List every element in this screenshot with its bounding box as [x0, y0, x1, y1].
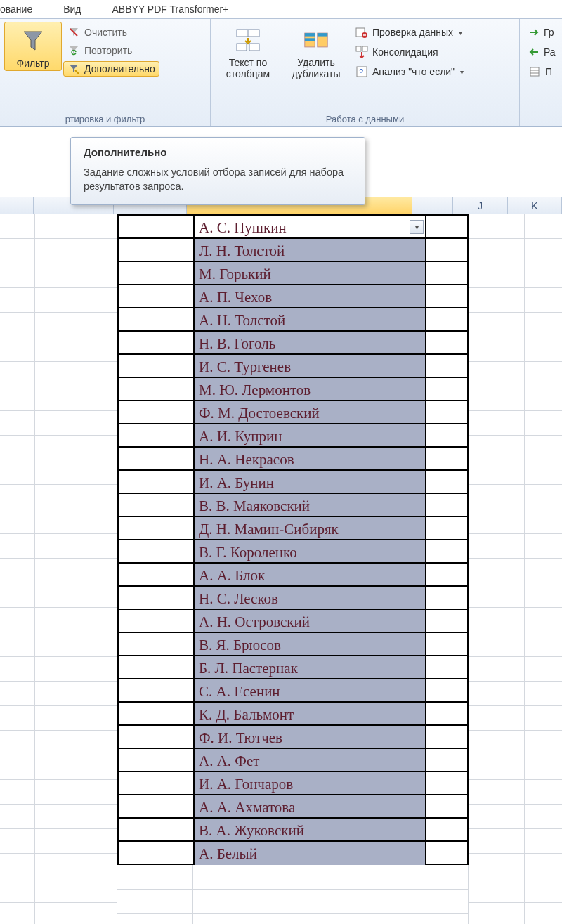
consolidate-button[interactable]: Консолидация — [353, 44, 466, 60]
advanced-filter-button[interactable]: Дополнительно — [63, 61, 159, 77]
author-cell[interactable]: А. П. Чехов — [193, 284, 426, 308]
author-cell[interactable]: А. Белый — [193, 840, 426, 865]
author-name: Ф. М. Достоевский — [199, 405, 320, 422]
clear-funnel-icon — [67, 26, 80, 39]
author-cell[interactable]: Н. В. Гоголь — [193, 330, 426, 355]
menu-item-abbyy[interactable]: ABBYY PDF Transformer+ — [97, 4, 244, 15]
author-cell[interactable]: Ф. И. Тютчев — [193, 724, 426, 749]
remove-duplicates-l2: дубликаты — [292, 68, 340, 79]
author-cell[interactable]: А. А. Блок — [193, 562, 426, 587]
data-validation-button[interactable]: Проверка данных ▾ — [353, 25, 466, 40]
advanced-filter-label: Дополнительно — [84, 63, 155, 74]
filter-button-label: Фильтр — [16, 58, 49, 69]
reapply-filter-button[interactable]: Повторить — [63, 43, 159, 58]
group-right-1-label: Гр — [544, 27, 554, 38]
filter-button[interactable]: Фильтр — [4, 22, 62, 71]
author-cell[interactable]: В. В. Маяковский — [193, 493, 426, 517]
clear-filter-label: Очистить — [84, 27, 127, 38]
col-header-k[interactable]: K — [508, 197, 562, 214]
author-cell[interactable]: И. С. Тургенев — [193, 353, 426, 378]
text-to-columns-l2: столбцам — [226, 68, 270, 79]
author-cell[interactable]: М. Ю. Лермонтов — [193, 377, 426, 401]
author-cell[interactable]: С. А. Есенин — [193, 678, 426, 703]
text-to-columns-button[interactable]: Текст по столбцам — [215, 22, 281, 81]
group-right-1[interactable]: Гр — [525, 25, 556, 40]
author-name: А. А. Ахматова — [199, 799, 295, 816]
ribbon-group-sort-filter: Фильтр Очистить Повторить — [0, 19, 211, 126]
author-name: Б. Л. Пастернак — [199, 660, 298, 677]
text-to-columns-l1: Текст по — [229, 57, 268, 68]
author-name: М. Горький — [199, 266, 271, 283]
author-name: К. Д. Бальмонт — [199, 706, 294, 724]
ribbon-group-clipped: Гр Ра П — [520, 19, 562, 126]
author-cell[interactable]: В. Г. Короленко — [193, 539, 426, 564]
author-cell[interactable]: В. А. Жуковский — [193, 817, 426, 842]
menu-item-view[interactable]: Вид — [48, 4, 96, 15]
author-name: И. А. Бунин — [199, 474, 274, 492]
author-cell[interactable]: А. А. Фет — [193, 748, 426, 772]
data-validation-icon — [355, 26, 368, 39]
cell-dropdown-button[interactable]: ▾ — [410, 220, 424, 234]
author-cell[interactable]: Л. Н. Толстой — [193, 237, 426, 262]
author-cell[interactable]: Д. Н. Мамин-Сибиряк — [193, 516, 426, 540]
advanced-funnel-icon — [67, 63, 80, 75]
spreadsheet[interactable]: J K А. С. Пушкин▾Л. Н. ТолстойМ. Горький… — [0, 127, 562, 924]
arrow-right-green-icon — [528, 26, 540, 39]
author-cell[interactable]: А. И. Куприн — [193, 423, 426, 448]
menu-item-truncated[interactable]: ование — [0, 4, 48, 15]
group-right-3[interactable]: П — [525, 64, 556, 79]
author-name: М. Ю. Лермонтов — [199, 382, 311, 399]
svg-rect-3 — [237, 44, 247, 51]
remove-duplicates-icon — [303, 27, 329, 53]
what-if-label: Анализ "что если" — [372, 66, 455, 77]
author-name: А. И. Куприн — [199, 428, 282, 445]
ribbon: Фильтр Очистить Повторить — [0, 18, 562, 127]
author-cell[interactable]: А. А. Ахматова — [193, 794, 426, 819]
remove-duplicates-l1: Удалить — [297, 57, 334, 68]
arrow-left-green-icon — [528, 46, 540, 58]
svg-text:?: ? — [359, 67, 363, 76]
group-right-2[interactable]: Ра — [525, 44, 556, 60]
author-name: Л. Н. Толстой — [199, 242, 285, 260]
author-cell[interactable]: Н. С. Лесков — [193, 585, 426, 610]
tooltip-title: Дополнительно — [84, 146, 352, 158]
svg-rect-4 — [249, 44, 259, 51]
remove-duplicates-button[interactable]: Удалить дубликаты — [281, 22, 351, 81]
author-cell[interactable]: М. Горький — [193, 261, 426, 285]
grid-body[interactable]: А. С. Пушкин▾Л. Н. ТолстойМ. ГорькийА. П… — [0, 214, 562, 924]
author-name: А. Н. Островский — [199, 613, 310, 631]
data-validation-label: Проверка данных — [372, 27, 453, 38]
author-name: В. Я. Брюсов — [199, 637, 281, 654]
what-if-button[interactable]: ? Анализ "что если" ▾ — [353, 64, 466, 79]
menubar: ование Вид ABBYY PDF Transformer+ — [0, 0, 562, 18]
author-cell[interactable]: В. Я. Брюсов — [193, 632, 426, 656]
author-name: В. А. Жуковский — [199, 822, 304, 840]
dropdown-arrow-icon: ▾ — [460, 68, 464, 76]
svg-rect-7 — [305, 38, 315, 41]
author-cell[interactable]: К. Д. Бальмонт — [193, 701, 426, 726]
author-name: Ф. И. Тютчев — [199, 729, 282, 747]
author-cell[interactable]: И. А. Бунин — [193, 469, 426, 494]
author-name: И. А. Гончаров — [199, 776, 293, 793]
author-name: В. В. Маяковский — [199, 497, 310, 515]
author-cell[interactable]: А. С. Пушкин▾ — [193, 214, 426, 239]
ribbon-group-data-tools: Текст по столбцам Удалить дубликаты — [211, 19, 520, 126]
author-cell[interactable]: Б. Л. Пастернак — [193, 655, 426, 679]
author-name: А. Н. Толстой — [199, 312, 285, 330]
author-name: С. А. Есенин — [199, 683, 280, 701]
reapply-filter-label: Повторить — [84, 45, 132, 56]
clear-filter-button[interactable]: Очистить — [63, 25, 159, 40]
author-cell[interactable]: Н. А. Некрасов — [193, 446, 426, 471]
consolidate-icon — [355, 46, 368, 58]
author-cell[interactable]: И. А. Гончаров — [193, 771, 426, 795]
tooltip-advanced-filter: Дополнительно Задание сложных условий от… — [70, 137, 365, 205]
consolidate-label: Консолидация — [372, 46, 438, 58]
author-cell[interactable]: А. Н. Толстой — [193, 307, 426, 332]
subtotal-icon — [528, 65, 541, 78]
tooltip-body: Задание сложных условий отбора записей д… — [84, 165, 352, 193]
author-cell[interactable]: Ф. М. Достоевский — [193, 400, 426, 424]
author-name: Н. В. Гоголь — [199, 335, 275, 353]
svg-rect-14 — [362, 46, 367, 51]
author-cell[interactable]: А. Н. Островский — [193, 609, 426, 633]
col-header-j[interactable]: J — [453, 197, 507, 214]
